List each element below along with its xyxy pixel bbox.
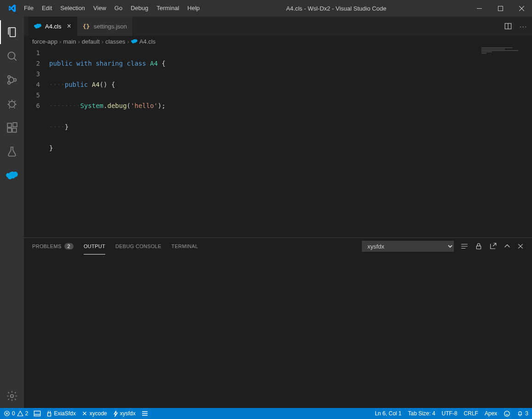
settings-gear-icon[interactable] — [0, 384, 24, 408]
breadcrumb-seg[interactable]: classes — [105, 38, 125, 45]
open-log-icon[interactable] — [489, 242, 497, 250]
editor[interactable]: 123 456 public with sharing class A4 { ·… — [24, 47, 532, 238]
maximize-panel-icon[interactable] — [503, 243, 511, 250]
menu-view[interactable]: View — [89, 0, 110, 17]
status-layout-icon[interactable] — [34, 410, 41, 417]
panel-tab-terminal[interactable]: Terminal — [172, 238, 198, 255]
menu-file[interactable]: File — [20, 0, 38, 17]
extensions-icon[interactable] — [0, 116, 24, 140]
titlebar: File Edit Selection View Go Debug Termin… — [0, 0, 532, 17]
svg-point-3 — [8, 76, 10, 78]
svg-rect-16 — [34, 411, 40, 416]
svg-point-18 — [504, 411, 509, 416]
split-editor-icon[interactable] — [504, 22, 512, 30]
more-actions-icon[interactable]: ··· — [520, 23, 527, 30]
breadcrumb[interactable]: force-app› main› default› classes› A4.cl… — [24, 36, 532, 47]
explorer-icon[interactable] — [0, 20, 24, 44]
svg-rect-7 — [7, 123, 11, 127]
minimize-button[interactable] — [469, 0, 490, 17]
panel-tab-debug-console[interactable]: Debug Console — [115, 238, 161, 255]
svg-rect-0 — [477, 8, 482, 9]
breadcrumb-seg[interactable]: default — [82, 38, 100, 45]
close-button[interactable] — [511, 0, 532, 17]
status-ext-xycode[interactable]: xycode — [81, 410, 107, 417]
status-notifications[interactable]: 3 — [517, 410, 528, 417]
salesforce-icon[interactable] — [0, 164, 24, 187]
activity-bar — [0, 17, 24, 408]
panel-tab-output[interactable]: Output — [84, 238, 105, 255]
debug-icon[interactable] — [0, 92, 24, 116]
menu-help[interactable]: Help — [183, 0, 204, 17]
status-eol[interactable]: CRLF — [464, 410, 478, 417]
status-line-col[interactable]: Ln 6, Col 1 — [375, 410, 401, 417]
status-errors-warnings[interactable]: 0 2 — [4, 410, 28, 417]
close-icon[interactable]: × — [67, 22, 71, 30]
svg-rect-9 — [12, 128, 17, 132]
status-feedback-icon[interactable] — [503, 410, 510, 417]
menu-selection[interactable]: Selection — [56, 0, 89, 17]
json-file-icon: {} — [83, 23, 90, 30]
svg-point-6 — [9, 102, 15, 108]
status-encoding[interactable]: UTF-8 — [442, 410, 458, 417]
salesforce-file-icon — [131, 39, 137, 44]
status-bar: 0 2 ExiaSfdx xycode xysfdx Ln 6, Col 1 T… — [0, 408, 532, 419]
svg-point-4 — [8, 82, 10, 84]
menu-go[interactable]: Go — [110, 0, 126, 17]
test-icon[interactable] — [0, 140, 24, 164]
tab-settings-json[interactable]: {} settings.json — [77, 17, 133, 36]
breadcrumb-seg[interactable]: main — [63, 38, 76, 45]
clear-output-icon[interactable] — [460, 242, 469, 250]
breadcrumb-seg[interactable]: A4.cls — [139, 38, 155, 45]
status-ext-exiasfdx[interactable]: ExiaSfdx — [46, 410, 75, 417]
menu-terminal[interactable]: Terminal — [152, 0, 183, 17]
problems-badge: 2 — [64, 243, 74, 249]
code-area[interactable]: public with sharing class A4 { ····publi… — [49, 47, 479, 238]
source-control-icon[interactable] — [0, 68, 24, 92]
svg-rect-14 — [476, 246, 481, 249]
menu-edit[interactable]: Edit — [38, 0, 56, 17]
close-panel-icon[interactable] — [517, 243, 524, 249]
breadcrumb-seg[interactable]: force-app — [32, 38, 57, 45]
search-icon[interactable] — [0, 44, 24, 68]
maximize-button[interactable] — [490, 0, 511, 17]
output-channel-select[interactable]: xysfdx — [362, 241, 454, 252]
svg-point-2 — [8, 52, 15, 59]
vscode-logo — [4, 4, 20, 12]
svg-rect-1 — [498, 6, 503, 11]
status-language[interactable]: Apex — [485, 410, 497, 417]
status-ext-xysfdx[interactable]: xysfdx — [113, 410, 136, 417]
bottom-panel: Problems 2 Output Debug Console Terminal… — [24, 238, 532, 408]
output-body[interactable] — [24, 255, 532, 408]
status-tab-size[interactable]: Tab Size: 4 — [408, 410, 435, 417]
menu-bar: File Edit Selection View Go Debug Termin… — [20, 0, 204, 17]
svg-rect-10 — [13, 123, 17, 127]
tab-a4cls[interactable]: A4.cls × — [29, 17, 77, 36]
lock-scroll-icon[interactable] — [475, 243, 482, 250]
svg-point-11 — [11, 395, 14, 398]
svg-point-5 — [14, 79, 16, 81]
line-number-gutter: 123 456 — [24, 47, 49, 238]
panel-tab-problems[interactable]: Problems 2 — [32, 238, 74, 255]
salesforce-file-icon — [34, 23, 41, 30]
editor-tabs: A4.cls × {} settings.json ··· — [24, 17, 532, 36]
svg-rect-8 — [7, 128, 11, 132]
minimap[interactable] — [479, 47, 532, 238]
tab-label: settings.json — [94, 23, 127, 30]
tab-label: A4.cls — [45, 23, 61, 30]
status-menu-icon[interactable] — [141, 410, 149, 417]
menu-debug[interactable]: Debug — [126, 0, 152, 17]
window-title: A4.cls - Wsl-Dx2 - Visual Studio Code — [204, 5, 469, 12]
